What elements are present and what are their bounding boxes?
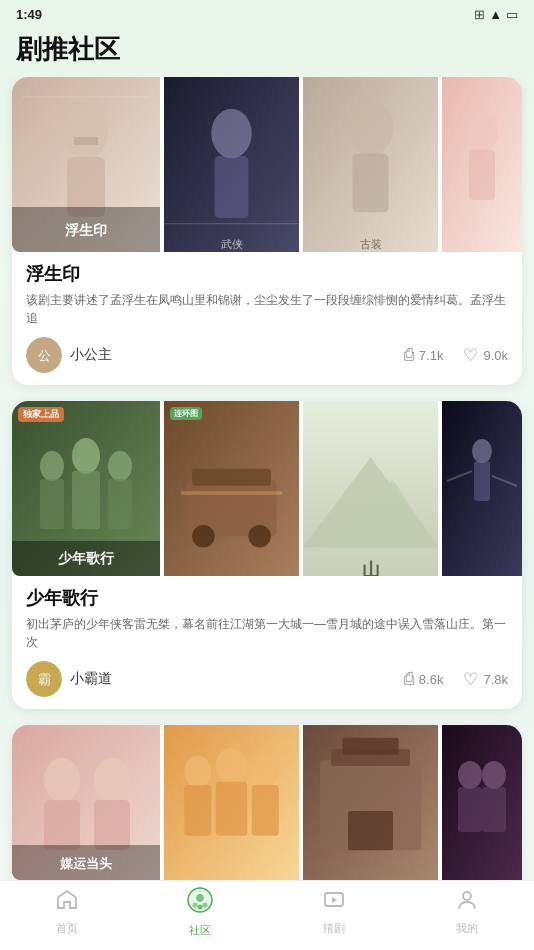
poster-3: 古装 (303, 77, 438, 252)
svg-point-17 (466, 112, 498, 152)
svg-point-77 (463, 892, 471, 900)
svg-point-57 (216, 748, 248, 784)
svg-rect-59 (184, 785, 211, 836)
poster-4 (442, 77, 522, 252)
poster-2: 武侠 (164, 77, 299, 252)
poster-2b: 连环图 (164, 401, 299, 576)
nav-profile-label: 我的 (456, 921, 478, 936)
svg-point-74 (203, 902, 208, 907)
svg-text:古装: 古装 (360, 238, 382, 250)
svg-point-68 (458, 761, 482, 789)
share-count-2: 8.6k (419, 672, 444, 687)
nav-home-label: 首页 (56, 921, 78, 936)
side-posters-3 (164, 725, 522, 880)
card-meiyundangtou[interactable]: 媒运当头 (12, 725, 522, 883)
svg-rect-66 (348, 811, 393, 850)
side-posters: 武侠 古装 (164, 77, 522, 252)
svg-point-73 (193, 902, 198, 907)
svg-point-1 (64, 104, 108, 160)
user-info-2: 霸 小霸道 (26, 661, 112, 697)
user-info: 公 小公主 (26, 337, 112, 373)
svg-point-49 (44, 758, 80, 802)
poster-3c (303, 725, 438, 880)
svg-point-22 (40, 451, 64, 481)
side-posters-2: 连环图 (164, 401, 522, 576)
badge: 独家上品 (18, 407, 64, 422)
page-title: 剧推社区 (16, 32, 518, 67)
card-title: 浮生印 (26, 262, 508, 286)
badge-sub: 连环图 (170, 407, 202, 420)
svg-point-50 (94, 758, 130, 802)
status-bar: 1:49 ⊞ ▲ ▭ (0, 0, 534, 28)
card-info-2: 少年歌行 初出茅庐的少年侠客雷无桀，幕名前往江湖第一大城一—雪月城的途中误入雪落… (12, 576, 522, 651)
main-poster-3: 媒运当头 (12, 725, 160, 880)
svg-rect-52 (94, 800, 130, 850)
card-info: 浮生印 该剧主要讲述了孟浮生在凤鸣山里和锦谢，尘尘发生了一段段缠综悱恻的爱情纠葛… (12, 252, 522, 327)
nav-home[interactable]: 首页 (0, 888, 134, 936)
wifi-icon: ▲ (489, 7, 502, 22)
poster-2c (164, 725, 299, 880)
like-button-2[interactable]: ♡ 7.8k (463, 669, 508, 690)
battery-icon: ▭ (506, 7, 518, 22)
card-footer-2: 霸 小霸道 ⎙ 8.6k ♡ 7.8k (12, 651, 522, 709)
nav-drama-label: 猜剧 (323, 921, 345, 936)
actions: ⎙ 7.1k ♡ 9.0k (404, 345, 508, 366)
status-time: 1:49 (16, 7, 42, 22)
svg-point-42 (472, 439, 492, 463)
svg-rect-25 (40, 479, 64, 529)
share-icon-2: ⎙ (404, 669, 414, 689)
svg-rect-70 (458, 787, 482, 832)
username-2: 小霸道 (70, 670, 112, 688)
poster-row-3: 媒运当头 (12, 725, 522, 880)
nav-drama[interactable]: 猜剧 (267, 888, 401, 936)
nav-community[interactable]: 社区 (134, 886, 268, 938)
svg-rect-32 (192, 469, 271, 486)
svg-rect-27 (108, 479, 132, 529)
scroll-content[interactable]: 浮生印 (0, 77, 534, 883)
svg-point-13 (348, 100, 393, 156)
poster-4b (442, 401, 522, 576)
heart-icon: ♡ (463, 345, 478, 366)
poster-row-2: 独家上品 (12, 401, 522, 576)
share-count: 7.1k (419, 348, 444, 363)
card-shaoniangexing[interactable]: 独家上品 (12, 401, 522, 709)
svg-text:少年歌行: 少年歌行 (58, 550, 115, 566)
card-title-2: 少年歌行 (26, 586, 508, 610)
status-icons: ⊞ ▲ ▭ (474, 7, 518, 22)
svg-rect-9 (215, 156, 249, 218)
svg-rect-61 (252, 785, 279, 836)
svg-rect-26 (72, 471, 100, 529)
svg-rect-43 (474, 461, 490, 501)
poster-4c (442, 725, 522, 880)
poster-svg: 浮生印 (12, 77, 160, 252)
like-count: 9.0k (483, 348, 508, 363)
main-poster: 浮生印 (12, 77, 160, 252)
poster-row: 浮生印 (12, 77, 522, 252)
like-button[interactable]: ♡ 9.0k (463, 345, 508, 366)
card-desc: 该剧主要讲述了孟浮生在凤鸣山里和锦谢，尘尘发生了一段段缠综悱恻的爱情纠葛。孟浮生… (26, 291, 508, 327)
drama-icon (322, 888, 346, 918)
svg-text:媒运当头: 媒运当头 (59, 856, 113, 871)
svg-text:武侠: 武侠 (221, 238, 243, 250)
svg-point-8 (211, 109, 252, 159)
svg-text:山: 山 (362, 560, 380, 576)
svg-point-34 (248, 525, 271, 548)
card-fushengyin[interactable]: 浮生印 (12, 77, 522, 385)
card-desc-2: 初出茅庐的少年侠客雷无桀，幕名前往江湖第一大城一—雪月城的途中误入雪落山庄。第一… (26, 615, 508, 651)
svg-text:公: 公 (38, 348, 51, 363)
svg-point-24 (108, 451, 132, 481)
svg-rect-65 (342, 738, 398, 755)
share-button-2[interactable]: ⎙ 8.6k (404, 669, 444, 689)
profile-icon (455, 888, 479, 918)
poster-3b: 山 (303, 401, 438, 576)
card-footer: 公 小公主 ⎙ 7.1k ♡ 9.0k (12, 327, 522, 385)
avatar: 公 (26, 337, 62, 373)
svg-rect-14 (353, 154, 389, 213)
svg-point-69 (482, 761, 506, 789)
nav-profile[interactable]: 我的 (401, 888, 535, 936)
share-button[interactable]: ⎙ 7.1k (404, 345, 444, 365)
svg-point-33 (192, 525, 215, 548)
svg-text:霸: 霸 (38, 672, 51, 687)
svg-point-58 (252, 756, 279, 788)
share-icon: ⎙ (404, 345, 414, 365)
